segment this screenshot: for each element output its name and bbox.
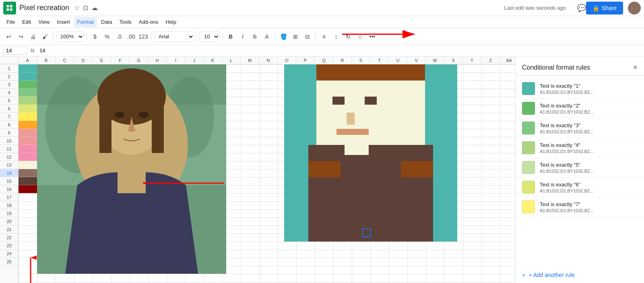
bold-button[interactable]: B: [225, 31, 236, 42]
palette-cell-9[interactable]: [19, 129, 37, 137]
col-J[interactable]: J: [185, 56, 204, 64]
row-23[interactable]: 23: [0, 242, 18, 250]
col-D[interactable]: D: [74, 56, 93, 64]
col-AA[interactable]: AA: [500, 56, 515, 64]
col-E[interactable]: E: [93, 56, 111, 64]
rule-item-1[interactable]: Text is exactly "1" A1:B1032,D1:BY1032,B…: [516, 79, 644, 99]
row-5[interactable]: 5: [0, 97, 18, 105]
menu-tools[interactable]: Tools: [116, 17, 134, 27]
more-formats-button[interactable]: 123: [138, 31, 149, 42]
col-F[interactable]: F: [111, 56, 130, 64]
palette-cell-13[interactable]: [19, 161, 37, 169]
panel-close-button[interactable]: ×: [633, 63, 638, 72]
col-B[interactable]: B: [37, 56, 56, 64]
palette-cell-1[interactable]: [19, 64, 37, 72]
menu-help[interactable]: Help: [162, 17, 180, 27]
italic-button[interactable]: I: [237, 31, 248, 42]
palette-cell-11[interactable]: [19, 145, 37, 153]
col-Z[interactable]: Z: [481, 56, 500, 64]
chat-icon[interactable]: 💬: [577, 4, 586, 12]
row-1[interactable]: 1: [0, 64, 18, 72]
col-X[interactable]: X: [444, 56, 463, 64]
col-corner[interactable]: [0, 56, 19, 64]
col-C[interactable]: C: [56, 56, 74, 64]
menu-addons[interactable]: Add-ons: [136, 17, 161, 27]
menu-insert[interactable]: Insert: [54, 17, 73, 27]
col-Y[interactable]: Y: [463, 56, 481, 64]
palette-cell-6[interactable]: [19, 105, 37, 113]
rule-item-5[interactable]: Text is exactly "5" A1:B1032,D1:BY1032,B…: [516, 158, 644, 178]
rule-item-2[interactable]: Text is exactly "2" A1:B1032,D1:BY1032,B…: [516, 99, 644, 118]
palette-cell-14[interactable]: [19, 169, 37, 177]
v-align-button[interactable]: ↕: [330, 31, 342, 42]
rule-item-4[interactable]: Text is exactly "4" A1:B1032,D1:BY1032,B…: [516, 138, 644, 158]
row-4[interactable]: 4: [0, 89, 18, 97]
palette-cell-3[interactable]: [19, 81, 37, 89]
row-24[interactable]: 24: [0, 250, 18, 258]
paint-format-button[interactable]: 🖌: [39, 31, 51, 42]
palette-cell-12[interactable]: [19, 153, 37, 161]
palette-cell-8[interactable]: [19, 121, 37, 129]
decimal-inc-button[interactable]: .00: [126, 31, 137, 42]
zoom-select[interactable]: 100%: [56, 31, 84, 42]
col-Q[interactable]: Q: [315, 56, 333, 64]
borders-button[interactable]: ⊞: [290, 31, 301, 42]
col-T[interactable]: T: [370, 56, 389, 64]
row-25[interactable]: 25: [0, 258, 18, 266]
row-6[interactable]: 6: [0, 105, 18, 113]
folder-icon[interactable]: ⊡: [83, 4, 88, 12]
col-V[interactable]: V: [407, 56, 426, 64]
spreadsheet[interactable]: A B C D E F G H I J K L M N O P Q R S T …: [0, 56, 515, 283]
col-W[interactable]: W: [426, 56, 444, 64]
row-3[interactable]: 3: [0, 81, 18, 89]
palette-cell-5[interactable]: [19, 97, 37, 105]
col-A[interactable]: A: [19, 56, 37, 64]
palette-cell-15[interactable]: [19, 177, 37, 185]
decimal-dec-button[interactable]: .0: [114, 31, 125, 42]
row-20[interactable]: 20: [0, 217, 18, 225]
row-22[interactable]: 22: [0, 233, 18, 242]
star-icon[interactable]: ☆: [74, 4, 80, 12]
cloud-icon[interactable]: ☁: [91, 4, 98, 12]
row-13[interactable]: 13: [0, 161, 18, 169]
currency-button[interactable]: $: [89, 31, 101, 42]
font-select[interactable]: Arial: [154, 31, 194, 42]
menu-file[interactable]: File: [3, 17, 18, 27]
row-17[interactable]: 17: [0, 193, 18, 201]
col-U[interactable]: U: [389, 56, 407, 64]
col-K[interactable]: K: [204, 56, 222, 64]
row-8[interactable]: 8: [0, 121, 18, 129]
menu-format[interactable]: Format: [74, 17, 97, 27]
col-N[interactable]: N: [259, 56, 278, 64]
palette-cell-2[interactable]: [19, 72, 37, 81]
row-16[interactable]: 16: [0, 185, 18, 193]
font-color-button[interactable]: A: [261, 31, 272, 42]
h-align-button[interactable]: ≡: [318, 31, 330, 42]
undo-button[interactable]: ↩: [3, 31, 14, 42]
share-button[interactable]: 🔒 Share: [586, 2, 623, 14]
rule-item-3[interactable]: Text is exactly "3" A1:B1032,D1:BY1032,B…: [516, 118, 644, 138]
rule-item-6[interactable]: Text is exactly "6" A1:B1032,D1:BY1032,B…: [516, 178, 644, 197]
merge-button[interactable]: ⊟: [302, 31, 313, 42]
palette-cell-16[interactable]: [19, 185, 37, 193]
col-P[interactable]: P: [296, 56, 315, 64]
col-S[interactable]: S: [352, 56, 370, 64]
formula-input[interactable]: [38, 47, 641, 54]
menu-view[interactable]: View: [35, 17, 53, 27]
row-14[interactable]: 14: [0, 169, 18, 177]
row-9[interactable]: 9: [0, 129, 18, 137]
palette-cell-4[interactable]: [19, 89, 37, 97]
row-12[interactable]: 12: [0, 153, 18, 161]
font-size-select[interactable]: 10: [200, 31, 220, 42]
grid-body[interactable]: [19, 64, 515, 283]
row-2[interactable]: 2: [0, 72, 18, 81]
row-19[interactable]: 19: [0, 209, 18, 217]
col-R[interactable]: R: [333, 56, 352, 64]
user-avatar[interactable]: [628, 2, 641, 14]
col-G[interactable]: G: [130, 56, 148, 64]
row-15[interactable]: 15: [0, 177, 18, 185]
row-11[interactable]: 11: [0, 145, 18, 153]
col-I[interactable]: I: [167, 56, 185, 64]
row-7[interactable]: 7: [0, 113, 18, 121]
col-M[interactable]: M: [241, 56, 259, 64]
